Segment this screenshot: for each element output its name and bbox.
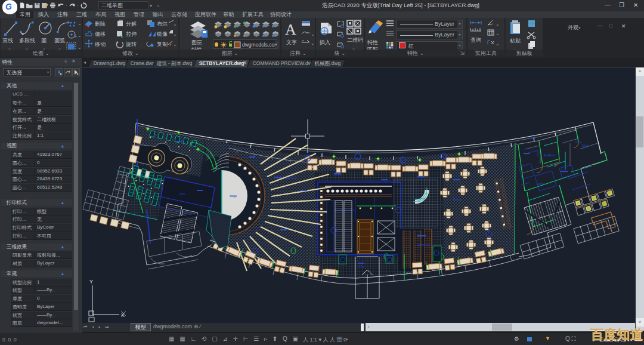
svg-text:拉伸: 拉伸 [126, 31, 137, 37]
svg-text:插入: 插入 [319, 39, 330, 45]
svg-text:lobby: lobby [358, 265, 365, 268]
svg-text:直线: 直线 [2, 38, 13, 44]
svg-text:Reception: Reception [414, 197, 425, 200]
svg-text:WC: WC [531, 136, 535, 139]
svg-text:偏移: 偏移 [94, 31, 106, 37]
svg-text:Y: Y [89, 279, 93, 285]
svg-text:移动: 移动 [94, 41, 106, 47]
svg-text:⌄: ⌄ [496, 41, 500, 47]
svg-text:镜像: 镜像 [156, 31, 168, 37]
svg-text:Office: Office [575, 141, 582, 144]
svg-text:多段线: 多段线 [19, 38, 35, 44]
svg-text:删除: 删除 [95, 21, 106, 27]
svg-text:⌄: ⌄ [173, 42, 177, 47]
svg-text:⌄: ⌄ [311, 41, 315, 46]
svg-text:A: A [285, 21, 296, 38]
svg-text:旋转: 旋转 [126, 41, 137, 47]
svg-text:⌄: ⌄ [173, 32, 177, 37]
svg-text:特性: 特性 [367, 39, 378, 45]
svg-text:⌄: ⌄ [78, 21, 82, 26]
svg-text:图层: 图层 [191, 39, 202, 45]
svg-text:粘贴: 粘贴 [510, 38, 521, 44]
svg-text:Dining hall: Dining hall [417, 244, 430, 247]
svg-text:⌄: ⌄ [496, 21, 500, 27]
svg-text:⌄: ⌄ [311, 32, 315, 37]
svg-text:⌄: ⌄ [78, 33, 82, 38]
svg-text:文字: 文字 [286, 39, 297, 45]
svg-text:Room: Room [544, 154, 551, 157]
svg-text:Bar Area: Bar Area [286, 177, 297, 180]
svg-text:stage: stage [230, 194, 237, 198]
svg-text:Office: Office [582, 144, 589, 147]
svg-text:kitchen: kitchen [537, 183, 546, 186]
svg-text:查询: 查询 [470, 37, 481, 43]
svg-text:⌄: ⌄ [173, 21, 177, 27]
svg-text:布尔: 布尔 [157, 21, 168, 27]
svg-text:复制: 复制 [157, 41, 168, 47]
svg-text:⌄: ⌄ [496, 31, 500, 36]
svg-text:分解: 分解 [126, 21, 137, 27]
svg-text:Dining: Dining [453, 198, 461, 201]
svg-text:二维码: 二维码 [347, 37, 363, 43]
svg-text:room: room [179, 192, 185, 195]
svg-text:圆弧: 圆弧 [54, 38, 65, 44]
svg-text:圆: 圆 [41, 38, 47, 44]
